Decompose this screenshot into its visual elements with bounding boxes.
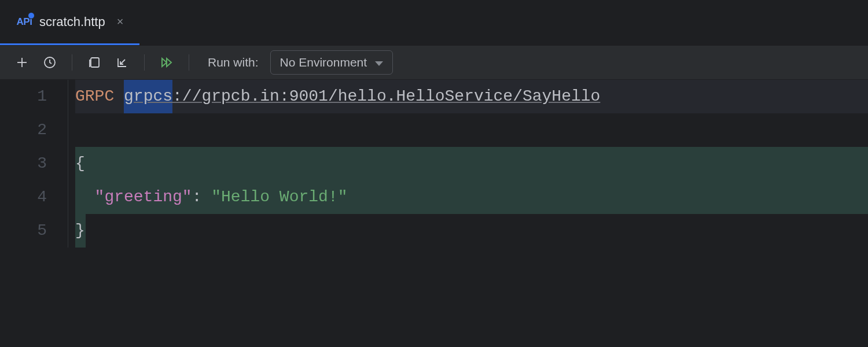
environment-dropdown[interactable]: No Environment	[270, 50, 393, 75]
json-property-line[interactable]: "greeting": "Hello World!"	[75, 180, 868, 214]
line-number[interactable]: 3	[0, 147, 47, 180]
line-number[interactable]: 4	[0, 180, 47, 214]
run-with-label: Run with:	[208, 56, 259, 69]
toolbar-divider	[144, 54, 145, 71]
tab-title: scratch.http	[39, 14, 105, 29]
svg-marker-8	[375, 61, 383, 66]
request-url: ://grpcb.in:9001/hello.HelloService/SayH…	[172, 80, 600, 113]
svg-marker-6	[162, 58, 167, 67]
json-value: "Hello World!"	[211, 180, 347, 214]
toolbar-divider	[189, 54, 189, 71]
protocol-selection: grpcs	[124, 80, 172, 113]
line-number[interactable]: 5	[0, 214, 47, 248]
json-open-brace[interactable]: {	[75, 147, 868, 180]
line-gutter: 1 2 3 4 5	[0, 80, 68, 248]
svg-rect-3	[91, 58, 99, 67]
modified-badge	[28, 12, 35, 19]
empty-line[interactable]	[75, 113, 868, 147]
toolbar-divider	[72, 54, 72, 71]
api-icon: API	[16, 14, 32, 30]
request-line[interactable]: GRPC grpcs://grpcb.in:9001/hello.HelloSe…	[75, 80, 868, 113]
toolbar: Run with: No Environment	[0, 45, 868, 80]
code-content[interactable]: GRPC grpcs://grpcb.in:9001/hello.HelloSe…	[68, 80, 868, 248]
import-icon[interactable]	[114, 54, 130, 71]
examples-icon[interactable]	[86, 54, 102, 71]
line-number[interactable]: 2	[0, 113, 47, 147]
grpc-method: GRPC	[75, 80, 114, 113]
chevron-down-icon	[375, 56, 383, 69]
line-number[interactable]: 1	[0, 80, 47, 113]
svg-line-5	[120, 60, 125, 64]
close-icon[interactable]: ×	[112, 13, 128, 31]
json-key: "greeting"	[95, 180, 192, 214]
history-icon[interactable]	[42, 54, 58, 71]
json-close-brace[interactable]: }	[75, 214, 868, 248]
tab-scratch-http[interactable]: API scratch.http ×	[0, 0, 139, 45]
tab-bar: API scratch.http ×	[0, 0, 868, 45]
run-all-icon[interactable]	[159, 54, 175, 71]
add-icon[interactable]	[14, 54, 30, 71]
code-editor[interactable]: 1 2 3 4 5 GRPC grpcs://grpcb.in:9001/hel…	[0, 80, 868, 248]
environment-value: No Environment	[280, 56, 367, 69]
